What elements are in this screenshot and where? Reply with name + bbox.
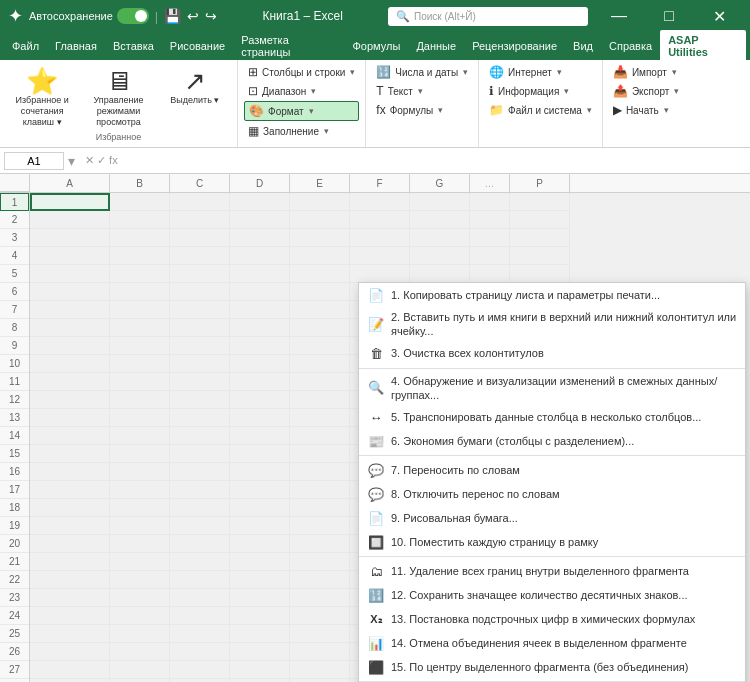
row-4[interactable]: 4	[0, 247, 29, 265]
cell-c19[interactable]	[170, 517, 230, 535]
cell-c3[interactable]	[170, 229, 230, 247]
col-header-p[interactable]: P	[510, 174, 570, 192]
cell-b2[interactable]	[110, 211, 170, 229]
cell-c27[interactable]	[170, 661, 230, 679]
info-btn[interactable]: ℹ Информация ▾	[485, 82, 596, 100]
cell-e17[interactable]	[290, 481, 350, 499]
row-17[interactable]: 17	[0, 481, 29, 499]
cell-e16[interactable]	[290, 463, 350, 481]
cell-a19[interactable]	[30, 517, 110, 535]
fill-btn[interactable]: ▦ Заполнение ▾	[244, 122, 359, 140]
cell-d22[interactable]	[230, 571, 290, 589]
row-27[interactable]: 27	[0, 661, 29, 679]
dropdown-item-5[interactable]: ↔ 5. Транспонировать данные столбца в не…	[359, 405, 745, 429]
cell-b15[interactable]	[110, 445, 170, 463]
cell-e22[interactable]	[290, 571, 350, 589]
col-header-d[interactable]: D	[230, 174, 290, 192]
col-header-a[interactable]: A	[30, 174, 110, 192]
cell-b23[interactable]	[110, 589, 170, 607]
cell-a6[interactable]	[30, 283, 110, 301]
tab-view[interactable]: Вид	[565, 36, 601, 56]
tab-asap[interactable]: ASAP Utilities	[660, 30, 746, 62]
start-btn[interactable]: ▶ Начать ▾	[609, 101, 687, 119]
cell-e3[interactable]	[290, 229, 350, 247]
row-7[interactable]: 7	[0, 301, 29, 319]
cell-a21[interactable]	[30, 553, 110, 571]
cell-c13[interactable]	[170, 409, 230, 427]
format-dropdown[interactable]: 📄 1. Копировать страницу листа и парамет…	[358, 282, 746, 682]
cell-c2[interactable]	[170, 211, 230, 229]
search-placeholder[interactable]: Поиск (Alt+Й)	[414, 11, 476, 22]
cell-c9[interactable]	[170, 337, 230, 355]
tab-file[interactable]: Файл	[4, 36, 47, 56]
dropdown-item-14[interactable]: 📊 14. Отмена объединения ячеек в выделен…	[359, 631, 745, 655]
cell-d3[interactable]	[230, 229, 290, 247]
cell-b24[interactable]	[110, 607, 170, 625]
cell-a22[interactable]	[30, 571, 110, 589]
dropdown-item-7[interactable]: 💬 7. Переносить по словам	[359, 458, 745, 482]
cell-a10[interactable]	[30, 355, 110, 373]
cell-d26[interactable]	[230, 643, 290, 661]
tab-review[interactable]: Рецензирование	[464, 36, 565, 56]
dropdown-item-4[interactable]: 🔍 4. Обнаружение и визуализации изменени…	[359, 371, 745, 406]
cell-f2[interactable]	[350, 211, 410, 229]
cell-e26[interactable]	[290, 643, 350, 661]
cell-c4[interactable]	[170, 247, 230, 265]
cell-d23[interactable]	[230, 589, 290, 607]
col-header-c[interactable]: C	[170, 174, 230, 192]
cell-d16[interactable]	[230, 463, 290, 481]
cell-c7[interactable]	[170, 301, 230, 319]
cell-g5[interactable]	[410, 265, 470, 283]
cell-c12[interactable]	[170, 391, 230, 409]
cell-e2[interactable]	[290, 211, 350, 229]
cell-d27[interactable]	[230, 661, 290, 679]
cell-c15[interactable]	[170, 445, 230, 463]
cell-e15[interactable]	[290, 445, 350, 463]
cell-b22[interactable]	[110, 571, 170, 589]
tab-formulas[interactable]: Формулы	[345, 36, 409, 56]
cell-c1[interactable]	[170, 193, 230, 211]
cell-d9[interactable]	[230, 337, 290, 355]
numbers-dates-btn[interactable]: 🔢 Числа и даты ▾	[372, 63, 472, 81]
cell-e7[interactable]	[290, 301, 350, 319]
cell-b19[interactable]	[110, 517, 170, 535]
cell-a4[interactable]	[30, 247, 110, 265]
cell-p3[interactable]	[510, 229, 570, 247]
cell-b6[interactable]	[110, 283, 170, 301]
cell-b26[interactable]	[110, 643, 170, 661]
cell-b11[interactable]	[110, 373, 170, 391]
cell-e19[interactable]	[290, 517, 350, 535]
row-19[interactable]: 19	[0, 517, 29, 535]
cell-b10[interactable]	[110, 355, 170, 373]
col-header-e[interactable]: E	[290, 174, 350, 192]
cell-b18[interactable]	[110, 499, 170, 517]
row-9[interactable]: 9	[0, 337, 29, 355]
cell-d24[interactable]	[230, 607, 290, 625]
row-25[interactable]: 25	[0, 625, 29, 643]
tab-help[interactable]: Справка	[601, 36, 660, 56]
cell-a3[interactable]	[30, 229, 110, 247]
cell-b20[interactable]	[110, 535, 170, 553]
cell-e12[interactable]	[290, 391, 350, 409]
cell-c23[interactable]	[170, 589, 230, 607]
autosave-toggle[interactable]	[117, 8, 149, 24]
range-btn[interactable]: ⊡ Диапазон ▾	[244, 82, 359, 100]
cell-c14[interactable]	[170, 427, 230, 445]
cell-c6[interactable]	[170, 283, 230, 301]
cell-a24[interactable]	[30, 607, 110, 625]
cell-a5[interactable]	[30, 265, 110, 283]
cell-reference-input[interactable]	[4, 152, 64, 170]
cell-g1[interactable]	[410, 193, 470, 211]
cell-a15[interactable]	[30, 445, 110, 463]
cell-e4[interactable]	[290, 247, 350, 265]
cell-b9[interactable]	[110, 337, 170, 355]
row-2[interactable]: 2	[0, 211, 29, 229]
row-16[interactable]: 16	[0, 463, 29, 481]
dropdown-item-13[interactable]: X₂ 13. Постановка подстрочных цифр в хим…	[359, 607, 745, 631]
cell-c24[interactable]	[170, 607, 230, 625]
cell-b3[interactable]	[110, 229, 170, 247]
cell-d10[interactable]	[230, 355, 290, 373]
dropdown-item-2[interactable]: 📝 2. Вставить путь и имя книги в верхний…	[359, 307, 745, 342]
cell-e13[interactable]	[290, 409, 350, 427]
cell-c25[interactable]	[170, 625, 230, 643]
